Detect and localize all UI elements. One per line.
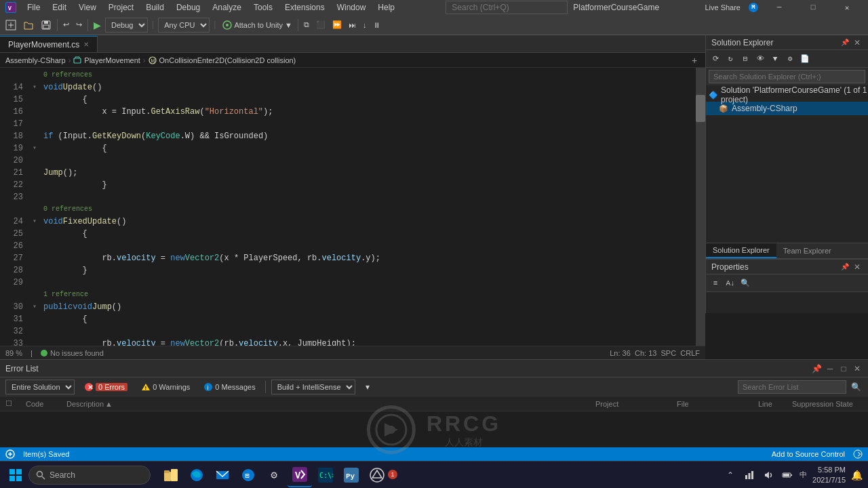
issues-indicator[interactable]: No issues found — [41, 349, 104, 357]
props-pin-button[interactable]: 📌 — [840, 262, 850, 272]
fold-icon-24[interactable]: ▾ — [28, 216, 41, 228]
tab-close-button[interactable]: ✕ — [83, 41, 89, 48]
minimize-button[interactable]: ─ — [764, 0, 795, 15]
menu-build[interactable]: Build — [140, 1, 170, 14]
error-search-input[interactable] — [738, 380, 846, 394]
sol-props-btn[interactable]: ⚙ — [783, 52, 797, 66]
sol-filter-btn[interactable]: ▼ — [768, 52, 782, 66]
solution-root-item[interactable]: 🔷 Solution 'PlatformerCourseGame' (1 of … — [706, 88, 868, 102]
tab-solution-explorer[interactable]: Solution Explorer — [706, 243, 776, 258]
tab-team-explorer[interactable]: Team Explorer — [776, 243, 838, 258]
error-panel-close[interactable]: ✕ — [852, 363, 863, 374]
sol-refresh-btn[interactable]: ↻ — [724, 52, 737, 66]
messages-filter[interactable]: i 0 Messages — [199, 381, 259, 393]
col-suppression[interactable]: Suppression State — [787, 400, 868, 408]
col-file[interactable]: File — [671, 400, 753, 408]
tray-language[interactable]: 中 — [800, 470, 807, 480]
tray-up-arrow[interactable]: ⌃ — [724, 468, 737, 482]
menu-project[interactable]: Project — [103, 1, 139, 14]
taskbar-search-container[interactable]: Search — [28, 466, 151, 485]
col-check[interactable]: ☐ — [0, 399, 20, 408]
col-project[interactable]: Project — [590, 400, 671, 408]
col-desc[interactable]: Description ▲ — [61, 400, 590, 408]
sol-sync-btn[interactable]: ⟳ — [709, 52, 722, 66]
taskbar-app-cmd[interactable]: C:\> — [313, 463, 338, 487]
toolbar-icon-5[interactable]: ⬛ — [313, 18, 328, 33]
taskbar-app-explorer[interactable] — [159, 463, 183, 487]
col-line[interactable]: Line — [753, 400, 787, 408]
error-panel-minimize[interactable]: ─ — [825, 363, 835, 374]
editor-scrollbar[interactable] — [696, 68, 705, 359]
undo-button[interactable]: ↩ — [60, 18, 72, 33]
tray-volume-icon[interactable] — [762, 468, 775, 482]
sol-preview-btn[interactable]: 📄 — [798, 52, 812, 66]
menu-edit[interactable]: Edit — [47, 1, 72, 14]
attach-to-unity-button[interactable]: Attach to Unity ▼ — [220, 18, 294, 33]
props-close-button[interactable]: ✕ — [852, 262, 863, 272]
menu-extensions[interactable]: Extensions — [279, 1, 330, 14]
toolbar-icon-4[interactable]: ⧉ — [301, 18, 312, 33]
taskbar-app-vs[interactable]: V — [288, 463, 312, 487]
zoom-level[interactable]: 89 % — [5, 349, 22, 357]
build-dropdown[interactable]: Build + IntelliSense — [271, 380, 355, 394]
start-debug-button[interactable]: ▶ — [91, 18, 104, 33]
clock-display[interactable]: 5:58 PM 2021/7/15 — [812, 465, 846, 485]
error-panel-maximize[interactable]: □ — [838, 363, 849, 374]
menu-view[interactable]: View — [73, 1, 102, 14]
fold-icon-18[interactable]: ▾ — [28, 142, 41, 155]
tray-notification[interactable]: 🔔 — [851, 470, 863, 481]
open-button[interactable] — [20, 18, 37, 33]
source-control-label[interactable]: Add to Source Control — [772, 450, 845, 458]
props-search-btn[interactable]: 🔍 — [738, 277, 752, 290]
global-search-input[interactable] — [446, 1, 568, 14]
expand-button[interactable]: + — [689, 55, 700, 66]
error-panel-pin[interactable]: 📌 — [811, 363, 822, 374]
restore-button[interactable]: □ — [797, 0, 829, 15]
taskbar-app-unity[interactable] — [365, 463, 389, 487]
scrollbar-thumb[interactable] — [696, 95, 705, 122]
taskbar-app-mail[interactable] — [210, 463, 235, 487]
taskbar-app-edge[interactable] — [184, 463, 209, 487]
toolbar-icon-9[interactable]: ⏸ — [370, 18, 383, 33]
breadcrumb-assembly[interactable]: Assembly-CSharp — [5, 56, 66, 64]
taskbar-app-python[interactable]: Py — [339, 463, 363, 487]
props-categorized-btn[interactable]: ≡ — [709, 277, 722, 290]
breadcrumb-class[interactable]: PlayerMovement — [84, 56, 140, 64]
menu-window[interactable]: Window — [332, 1, 372, 14]
menu-help[interactable]: Help — [372, 1, 400, 14]
col-code[interactable]: Code — [20, 400, 61, 408]
start-button[interactable] — [5, 465, 26, 485]
scope-dropdown[interactable]: Entire Solution — [5, 380, 75, 394]
warnings-filter[interactable]: ! 0 Warnings — [137, 381, 194, 393]
menu-tools[interactable]: Tools — [248, 1, 278, 14]
tray-network-icon[interactable] — [743, 468, 756, 482]
toolbar-icon-8[interactable]: ↓ — [360, 18, 370, 33]
sol-collapseall-btn[interactable]: ⊟ — [738, 52, 752, 66]
sol-show-all-btn[interactable]: 👁 — [753, 52, 767, 66]
menu-debug[interactable]: Debug — [171, 1, 205, 14]
cpu-dropdown[interactable]: Any CPU — [158, 18, 210, 33]
taskbar-app-store[interactable]: ⊞ — [236, 463, 260, 487]
taskbar-app-settings[interactable]: ⚙ — [262, 463, 286, 487]
fold-icon-14[interactable]: ▾ — [28, 81, 41, 94]
menu-file[interactable]: File — [22, 1, 45, 14]
tab-playermovement[interactable]: PlayerMovement.cs ✕ — [0, 36, 98, 52]
toolbar-icon-6[interactable]: ⏩ — [330, 18, 344, 33]
props-alpha-btn[interactable]: A↓ — [724, 277, 737, 290]
live-share-label[interactable]: Live Share — [705, 3, 741, 12]
errors-filter[interactable]: ✕ 0 Errors — [80, 381, 132, 393]
debug-config-dropdown[interactable]: Debug — [105, 18, 148, 33]
build-dropdown-btn[interactable]: ▾ — [361, 380, 374, 394]
menu-analyze[interactable]: Analyze — [207, 1, 247, 14]
proper-code-content[interactable]: 0 references void Update() { x = Input.G… — [41, 68, 696, 359]
proper-editor[interactable]: 14 15 16 17 18 19 20 21 22 23 24 25 26 2… — [0, 68, 705, 359]
solution-close-button[interactable]: ✕ — [852, 37, 863, 48]
solution-search-input[interactable] — [709, 70, 865, 83]
fold-icon-30[interactable]: ▾ — [28, 301, 41, 313]
new-project-button[interactable] — [3, 18, 19, 33]
redo-button[interactable]: ↪ — [73, 18, 85, 33]
pin-button[interactable]: 📌 — [840, 37, 850, 48]
breadcrumb-method[interactable]: OnCollisionEnter2D(Collision2D collision… — [159, 56, 296, 64]
close-button[interactable]: ✕ — [831, 0, 863, 15]
error-search-btn[interactable]: 🔍 — [849, 380, 863, 394]
